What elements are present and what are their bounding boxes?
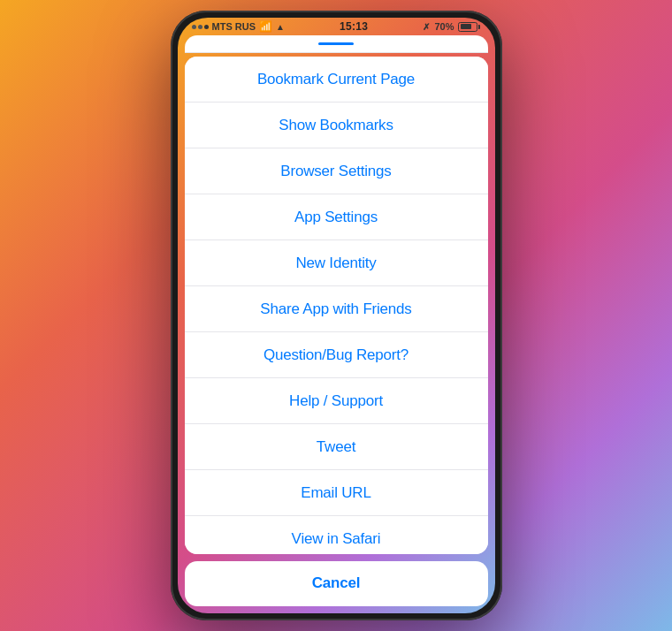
menu-item-view-safari[interactable]: View in Safari	[185, 516, 488, 554]
menu-item-bookmark-current[interactable]: Bookmark Current Page	[185, 57, 488, 103]
menu-item-show-bookmarks[interactable]: Show Bookmarks	[185, 103, 488, 148]
signal-dot-2	[198, 25, 202, 29]
menu-item-email-url[interactable]: Email URL	[185, 470, 488, 516]
status-bar: MTS RUS 📶 ▲ 15:13 ✗ 70%	[178, 18, 495, 35]
phone-frame: MTS RUS 📶 ▲ 15:13 ✗ 70%	[171, 11, 502, 620]
status-left: MTS RUS 📶 ▲	[192, 20, 285, 33]
bluetooth-icon: ✗	[423, 22, 430, 32]
menu-container: Bookmark Current Page Show Bookmarks Bro…	[185, 57, 488, 554]
signal-dot-1	[192, 25, 196, 29]
menu-item-share-app[interactable]: Share App with Friends	[185, 286, 488, 332]
screen: MTS RUS 📶 ▲ 15:13 ✗ 70%	[178, 18, 495, 613]
signal-dots	[192, 25, 209, 29]
status-time: 15:13	[340, 20, 368, 33]
carrier-name: MTS RUS	[212, 21, 256, 32]
menu-item-app-settings[interactable]: App Settings	[185, 194, 488, 240]
partial-top-bar	[185, 35, 488, 53]
location-icon: ▲	[276, 22, 285, 32]
menu-item-help-support[interactable]: Help / Support	[185, 378, 488, 424]
wifi-icon: 📶	[259, 20, 272, 33]
battery-fill	[461, 24, 471, 29]
battery-percent: 70%	[434, 21, 454, 32]
menu-item-new-identity[interactable]: New Identity	[185, 240, 488, 286]
menu-item-browser-settings[interactable]: Browser Settings	[185, 148, 488, 194]
menu-item-bug-report[interactable]: Question/Bug Report?	[185, 332, 488, 378]
battery-tip	[478, 25, 480, 29]
content-area: Bookmark Current Page Show Bookmarks Bro…	[178, 35, 495, 613]
blue-indicator	[318, 42, 354, 45]
status-right: ✗ 70%	[423, 21, 480, 32]
battery-icon	[458, 22, 480, 32]
menu-item-tweet[interactable]: Tweet	[185, 424, 488, 470]
cancel-button[interactable]: Cancel	[185, 561, 488, 606]
battery-body	[458, 22, 477, 32]
signal-dot-3	[204, 25, 209, 29]
